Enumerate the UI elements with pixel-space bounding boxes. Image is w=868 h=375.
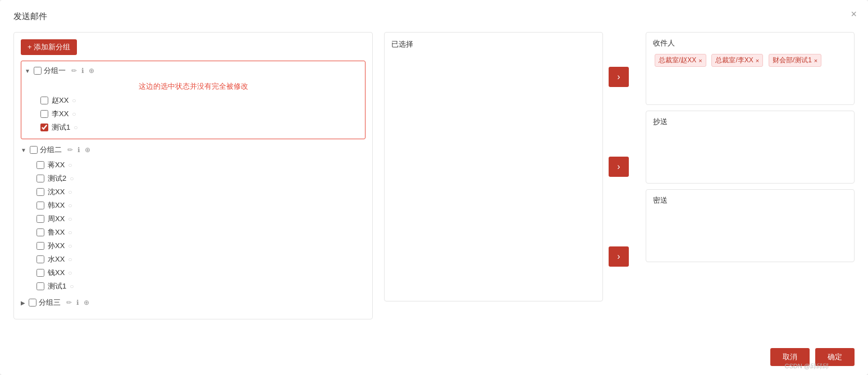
group-checkbox-3[interactable] [29,299,36,307]
collapse-arrow-1[interactable]: ▼ [25,68,30,74]
delete-icon-2[interactable]: ⊕ [84,146,92,154]
member-name: 赵XX [52,95,68,106]
member-row: 测试2 ○ [21,172,366,185]
tag-text: 总裁室/李XX [715,56,753,65]
member-row: 孙XX ○ [21,239,366,253]
member-name: 韩XX [48,200,65,211]
member-info-icon[interactable]: ○ [68,228,72,236]
group-header-1: ▼ 分组一 ✏ ℹ ⊕ [25,65,362,77]
info-icon-2[interactable]: ℹ [76,146,81,154]
member-info-icon[interactable]: ○ [68,255,72,263]
member-info-icon[interactable]: ○ [72,97,76,104]
member-checkbox-shui[interactable] [36,255,44,263]
member-name: 李XX [52,109,68,119]
group-block-1: ▼ 分组一 ✏ ℹ ⊕ 这边的选中状态并没有完全被修改 赵XX ○ 李XX [21,61,366,139]
member-name: 蒋XX [48,160,65,170]
member-name: 测试1 [48,281,66,291]
tag-text: 总裁室/赵XX [659,56,696,65]
member-row: 钱XX ○ [21,266,366,280]
member-checkbox-jiang[interactable] [36,161,44,169]
member-checkbox-qian[interactable] [36,269,44,277]
member-row: 韩XX ○ [21,199,366,212]
member-info-icon[interactable]: ○ [70,282,74,290]
member-checkbox-han[interactable] [36,202,44,209]
member-info-icon[interactable]: ○ [68,215,72,223]
member-checkbox-test2[interactable] [36,175,44,182]
add-to-cc-button[interactable]: › [609,157,629,177]
member-checkbox-lu[interactable] [36,228,44,236]
member-row: 测试1 ○ [21,280,366,293]
edit-icon-2[interactable]: ✏ [66,146,74,154]
main-layout: + 添加新分组 ▼ 分组一 ✏ ℹ ⊕ 这边的选中状态并没有完全被修改 赵XX … [13,32,855,319]
member-row: 蒋XX ○ [21,158,366,172]
cc-section: 抄送 [646,111,855,184]
group-header-2: ▼ 分组二 ✏ ℹ ⊕ [21,144,366,156]
recipients-title: 收件人 [653,38,847,48]
tag-item: 总裁室/赵XX × [655,54,706,67]
member-row: 鲁XX ○ [21,226,366,239]
member-name: 周XX [48,214,65,224]
member-info-icon[interactable]: ○ [68,269,72,277]
tag-item: 总裁室/李XX × [711,54,763,67]
member-checkbox-test1-g2[interactable] [36,282,44,290]
bcc-title: 密送 [653,195,847,205]
recipients-section: 收件人 总裁室/赵XX × 总裁室/李XX × 财会部/测试1 × [646,32,855,105]
send-email-dialog: 发送邮件 × + 添加新分组 ▼ 分组一 ✏ ℹ ⊕ 这边的选中状态并没有完全被… [0,0,868,375]
group-name-1: 分组一 [44,66,66,76]
add-group-button[interactable]: + 添加新分组 [21,39,77,55]
member-name: 测试1 [52,122,70,132]
member-info-icon[interactable]: ○ [72,110,76,118]
dialog-title: 发送邮件 [13,11,855,22]
edit-icon-1[interactable]: ✏ [70,67,78,75]
group-name-3: 分组三 [39,298,61,308]
member-info-icon[interactable]: ○ [70,175,74,182]
close-button[interactable]: × [851,9,857,19]
member-info-icon[interactable]: ○ [68,202,72,209]
member-checkbox-zhao[interactable] [40,97,48,104]
group-name-2: 分组二 [40,145,62,155]
info-icon-1[interactable]: ℹ [80,67,85,75]
member-name: 沈XX [48,187,65,197]
member-checkbox-zhou[interactable] [36,215,44,223]
tag-close-icon[interactable]: × [698,57,702,64]
member-info-icon[interactable]: ○ [68,242,72,250]
left-panel: + 添加新分组 ▼ 分组一 ✏ ℹ ⊕ 这边的选中状态并没有完全被修改 赵XX … [13,32,373,319]
edit-icon-3[interactable]: ✏ [65,299,73,307]
selected-panel: 已选择 [384,32,603,301]
error-hint-1: 这边的选中状态并没有完全被修改 [25,81,362,92]
member-name: 鲁XX [48,227,65,237]
cc-title: 抄送 [653,117,847,127]
group-checkbox-2[interactable] [30,146,38,154]
tag-close-icon[interactable]: × [814,57,817,64]
tag-text: 财会部/测试1 [773,56,812,65]
group-block-3: ▶ 分组三 ✏ ℹ ⊕ [21,296,366,309]
member-checkbox-shen[interactable] [36,188,44,196]
member-name: 钱XX [48,268,65,278]
group-checkbox-1[interactable] [34,67,42,75]
add-to-bcc-button[interactable]: › [609,246,629,267]
add-to-recipients-button[interactable]: › [609,67,629,87]
member-info-icon[interactable]: ○ [68,188,72,196]
member-name: 水XX [48,254,65,264]
collapse-arrow-3[interactable]: ▶ [21,300,25,306]
tag-close-icon[interactable]: × [756,57,759,64]
group-block-2: ▼ 分组二 ✏ ℹ ⊕ 蒋XX ○ 测试2 ○ [21,144,366,293]
delete-icon-3[interactable]: ⊕ [83,299,90,307]
watermark: CSDN @邱邱邱 [785,362,829,371]
member-info-icon[interactable]: ○ [68,161,72,169]
member-row: 李XX ○ [25,107,362,121]
selected-panel-title: 已选择 [391,39,596,49]
arrow-col: › › › [609,32,629,301]
group-header-3: ▶ 分组三 ✏ ℹ ⊕ [21,296,366,309]
member-checkbox-test1[interactable] [40,124,48,131]
bcc-section: 密送 [646,189,855,262]
info-icon-3[interactable]: ℹ [75,299,80,307]
delete-icon-1[interactable]: ⊕ [88,67,95,75]
member-checkbox-li[interactable] [40,110,48,118]
member-row: 沈XX ○ [21,185,366,199]
recipients-tags: 总裁室/赵XX × 总裁室/李XX × 财会部/测试1 × [653,53,847,68]
member-info-icon[interactable]: ○ [74,124,77,131]
member-checkbox-sun[interactable] [36,242,44,250]
collapse-arrow-2[interactable]: ▼ [21,147,26,153]
member-row: 周XX ○ [21,212,366,226]
